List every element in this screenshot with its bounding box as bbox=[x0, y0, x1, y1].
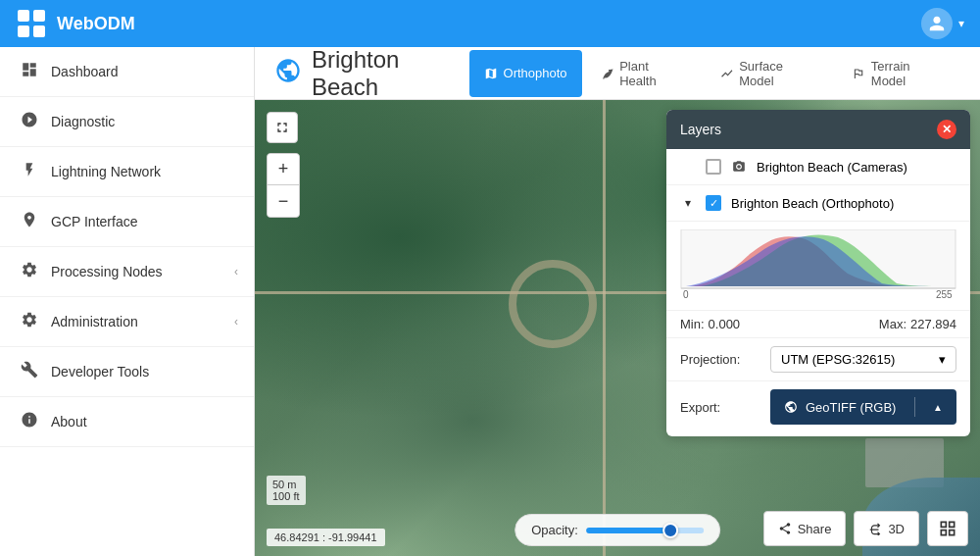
tab-orthophoto-label: Orthophoto bbox=[504, 66, 567, 80]
zoom-out-button[interactable]: − bbox=[268, 185, 299, 217]
grid-icon bbox=[938, 519, 957, 538]
processing-chevron: ‹ bbox=[234, 265, 238, 278]
export-button-label: GeoTIFF (RGB) bbox=[806, 400, 896, 415]
min-label: Min: bbox=[680, 317, 705, 331]
layers-title: Layers bbox=[680, 122, 721, 137]
sidebar-label-administration: Administration bbox=[51, 314, 138, 329]
cameras-layer-label: Brighton Beach (Cameras) bbox=[757, 160, 907, 175]
app-name: WebODM bbox=[57, 14, 135, 34]
projection-label: Projection: bbox=[680, 352, 759, 367]
share-button[interactable]: Share bbox=[763, 511, 847, 546]
map-container[interactable]: + − 50 m 100 ft 46.84291 : -91.99441 Lay… bbox=[255, 100, 980, 556]
app-logo[interactable]: WebODM bbox=[16, 8, 135, 39]
export-split-divider bbox=[914, 397, 915, 417]
svg-text:255: 255 bbox=[936, 289, 953, 298]
min-value: 0.000 bbox=[709, 317, 741, 331]
orthophoto-icon bbox=[484, 67, 498, 80]
threed-label: 3D bbox=[888, 522, 905, 536]
sidebar-item-about[interactable]: About bbox=[0, 397, 254, 447]
export-row: Export: GeoTIFF (RGB) ▲ bbox=[666, 380, 970, 436]
opacity-slider[interactable] bbox=[586, 528, 704, 533]
logo-icon bbox=[16, 8, 47, 39]
sidebar-item-processing[interactable]: Processing Nodes ‹ bbox=[0, 247, 254, 297]
layer-item-cameras: Brighton Beach (Cameras) bbox=[666, 149, 970, 185]
sidebar-label-dashboard: Dashboard bbox=[51, 64, 119, 79]
orthophoto-layer-label: Brighton Beach (Orthophoto) bbox=[731, 196, 894, 211]
grid-button[interactable] bbox=[927, 511, 968, 546]
sidebar-item-lightning[interactable]: Lightning Network bbox=[0, 147, 254, 197]
sidebar-label-gcp: GCP Interface bbox=[51, 214, 137, 229]
lightning-icon bbox=[20, 161, 39, 182]
map-road-vertical bbox=[603, 100, 606, 556]
projection-value: UTM (EPSG:32615) bbox=[781, 352, 895, 367]
page-title-container: Brighton Beach bbox=[274, 47, 469, 101]
projection-chevron: ▾ bbox=[939, 352, 946, 367]
page-header: Brighton Beach Orthophoto Plant Health S… bbox=[255, 47, 980, 100]
share-label: Share bbox=[798, 522, 832, 536]
main-content: Brighton Beach Orthophoto Plant Health S… bbox=[255, 47, 980, 556]
layers-header: Layers ✕ bbox=[666, 110, 970, 149]
about-icon bbox=[20, 411, 39, 432]
dashboard-icon bbox=[20, 61, 39, 82]
zoom-controls: + − bbox=[267, 153, 300, 218]
layers-close-button[interactable]: ✕ bbox=[937, 120, 956, 139]
user-avatar bbox=[921, 8, 953, 39]
fullscreen-icon bbox=[274, 120, 290, 135]
svg-rect-1 bbox=[33, 10, 45, 22]
sidebar-item-administration[interactable]: Administration ‹ bbox=[0, 297, 254, 347]
main-layout: Dashboard Diagnostic Lightning Network G… bbox=[0, 47, 980, 556]
export-button[interactable]: GeoTIFF (RGB) ▲ bbox=[770, 389, 956, 425]
zoom-in-button[interactable]: + bbox=[268, 154, 299, 185]
share-icon bbox=[778, 522, 792, 535]
user-menu[interactable]: ▾ bbox=[921, 8, 964, 39]
sidebar: Dashboard Diagnostic Lightning Network G… bbox=[0, 47, 255, 556]
administration-chevron: ‹ bbox=[234, 315, 238, 329]
orthophoto-checkbox[interactable]: ✓ bbox=[706, 195, 721, 211]
tab-terrain-model[interactable]: Terrain Model bbox=[837, 50, 960, 97]
tab-surface-label: Surface Model bbox=[739, 59, 818, 88]
scale-100ft: 100 ft bbox=[272, 490, 300, 502]
sidebar-item-dashboard[interactable]: Dashboard bbox=[0, 47, 254, 97]
tab-plant-label: Plant Health bbox=[619, 59, 687, 88]
sidebar-item-diagnostic[interactable]: Diagnostic bbox=[0, 97, 254, 147]
camera-icon bbox=[731, 160, 747, 174]
gcp-icon bbox=[20, 211, 39, 232]
user-icon bbox=[928, 15, 946, 32]
circular-path bbox=[509, 260, 597, 348]
export-globe-icon bbox=[784, 400, 798, 414]
minmax-row: Min: 0.000 Max: 227.894 bbox=[666, 310, 970, 337]
sidebar-label-about: About bbox=[51, 414, 87, 430]
svg-rect-2 bbox=[18, 25, 29, 37]
sidebar-label-developer: Developer Tools bbox=[51, 364, 149, 379]
sidebar-item-gcp[interactable]: GCP Interface bbox=[0, 197, 254, 247]
sidebar-label-processing: Processing Nodes bbox=[51, 264, 163, 279]
svg-rect-0 bbox=[18, 10, 29, 22]
opacity-label: Opacity: bbox=[531, 523, 578, 537]
projection-row: Projection: UTM (EPSG:32615) ▾ bbox=[666, 337, 970, 380]
tab-surface-model[interactable]: Surface Model bbox=[706, 50, 834, 97]
svg-rect-3 bbox=[33, 25, 45, 37]
administration-icon bbox=[20, 311, 39, 332]
plant-icon bbox=[601, 67, 614, 80]
header-chevron: ▾ bbox=[958, 17, 964, 30]
cameras-checkbox[interactable] bbox=[706, 159, 721, 175]
terrain-icon bbox=[852, 67, 865, 80]
tab-plant-health[interactable]: Plant Health bbox=[586, 50, 702, 97]
fullscreen-button[interactable] bbox=[267, 112, 298, 143]
projection-select[interactable]: UTM (EPSG:32615) ▾ bbox=[770, 346, 956, 373]
sidebar-item-developer[interactable]: Developer Tools bbox=[0, 347, 254, 397]
coordinates-display: 46.84291 : -91.99441 bbox=[267, 529, 385, 546]
tab-orthophoto[interactable]: Orthophoto bbox=[469, 50, 582, 97]
orthophoto-expand[interactable]: ▾ bbox=[680, 196, 696, 210]
sidebar-label-lightning: Lightning Network bbox=[51, 164, 161, 179]
histogram-chart: 0 255 bbox=[680, 229, 956, 298]
tab-terrain-label: Terrain Model bbox=[871, 59, 946, 88]
layer-item-orthophoto: ▾ ✓ Brighton Beach (Orthophoto) bbox=[666, 185, 970, 222]
diagnostic-icon bbox=[20, 111, 39, 132]
threed-button[interactable]: 3D bbox=[854, 511, 919, 546]
scale-50m: 50 m bbox=[272, 479, 300, 490]
page-globe-icon bbox=[274, 57, 302, 90]
surface-icon bbox=[720, 67, 734, 80]
right-controls: Share 3D bbox=[763, 511, 968, 546]
threed-icon bbox=[868, 522, 882, 535]
